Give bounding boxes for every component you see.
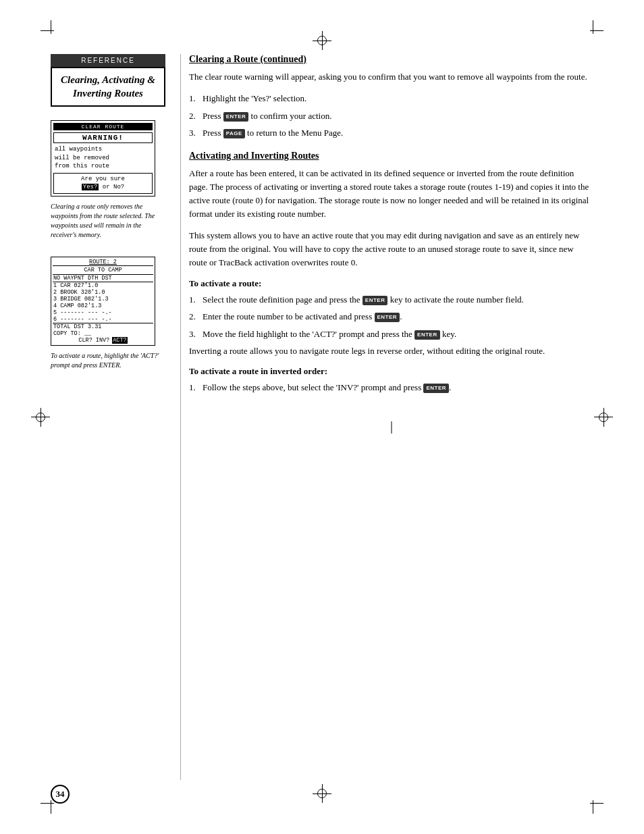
section2-para1: After a route has been entered, it can b… xyxy=(189,167,593,221)
main-content: Clearing a Route (continued) The clear r… xyxy=(176,54,593,780)
route-header: NO WAYPNT DTH DST xyxy=(53,274,153,282)
crosshair-top xyxy=(312,30,332,51)
enter-key-icon-4: ENTER xyxy=(414,330,440,340)
page-key-icon: PAGE xyxy=(223,129,245,138)
step-text: Highlight the 'Yes?' selection. xyxy=(203,92,306,105)
invert-label: To activate a route in inverted order: xyxy=(189,366,593,377)
crosshair-bottom xyxy=(312,783,332,804)
step-num: 1. xyxy=(189,92,203,105)
step-num: 2. xyxy=(189,310,203,323)
page-number-container: 34 xyxy=(51,785,70,804)
step-text: Press PAGE to return to the Menu Page. xyxy=(203,126,343,140)
activate-label: To activate a route: xyxy=(189,278,593,289)
page-bottom-rule xyxy=(391,421,392,434)
step-text: Select the route definition page and pre… xyxy=(203,293,524,307)
route-act-row: CLR? INV? ACT? xyxy=(53,337,153,344)
crosshair-left xyxy=(30,407,51,427)
screen-title-bar: CLEAR ROUTE xyxy=(53,123,153,130)
reference-tab: REFERENCE xyxy=(51,54,165,67)
route-row-4: 4 CAMP 082'1.3 xyxy=(53,303,153,309)
enter-key-icon-3: ENTER xyxy=(375,313,400,322)
screen-confirm: Are you sure Yes? or No? xyxy=(53,173,153,194)
route-row-1: 1 CAR 027'1.0 xyxy=(53,282,153,289)
section-title: Clearing, Activating & Inverting Routes xyxy=(61,74,155,99)
crosshair-right xyxy=(593,407,614,427)
activate-step-1: 1. Select the route definition page and … xyxy=(189,293,593,307)
route-title: ROUTE: 2 xyxy=(53,259,153,266)
enter-key-icon-5: ENTER xyxy=(423,384,449,393)
route-row-3: 3 BRIDGE 082'1.3 xyxy=(53,296,153,303)
enter-key-icon: ENTER xyxy=(223,112,249,122)
page-number: 34 xyxy=(51,785,70,804)
route-screen: ROUTE: 2 CAR TO CAMP NO WAYPNT DTH DST 1… xyxy=(51,257,155,346)
step-text: Press ENTER to confirm your action. xyxy=(203,109,331,123)
step-num: 3. xyxy=(189,126,203,140)
section2-para2: This system allows you to have an active… xyxy=(189,229,593,269)
sidebar-caption-1: Clearing a route only removes the waypoi… xyxy=(51,202,165,240)
section-title-box: Clearing, Activating & Inverting Routes xyxy=(51,67,165,107)
route-row-2: 2 BROOK 320'1.0 xyxy=(53,289,153,296)
enter-key-icon-2: ENTER xyxy=(363,296,388,305)
step-text: Move the field highlight to the 'ACT?' p… xyxy=(203,328,456,341)
page-content: REFERENCE Clearing, Activating & Inverti… xyxy=(51,54,593,780)
route-name: CAR TO CAMP xyxy=(53,267,153,273)
step-num: 3. xyxy=(189,328,203,341)
section1-step-3: 3. Press PAGE to return to the Menu Page… xyxy=(189,126,593,140)
activate-step-2: 2. Enter the route number to be activate… xyxy=(189,310,593,323)
sidebar: REFERENCE Clearing, Activating & Inverti… xyxy=(51,54,176,780)
invert-para: Inverting a route allows you to navigate… xyxy=(189,344,593,358)
route-footer: TOTAL DST 3.31 COPY TO: __ CLR? INV? ACT… xyxy=(53,323,153,344)
section1-heading: Clearing a Route (continued) xyxy=(189,54,593,65)
screen-warning: WARNING! xyxy=(53,132,153,143)
step-text: Enter the route number to be activated a… xyxy=(203,310,402,323)
section1-intro: The clear route warning will appear, ask… xyxy=(189,70,593,84)
clear-route-screen: CLEAR ROUTE WARNING! all waypoints will … xyxy=(51,120,155,197)
step-num: 1. xyxy=(189,293,203,307)
step-num: 1. xyxy=(189,381,203,394)
sidebar-caption-2: To activate a route, highlight the 'ACT?… xyxy=(51,351,165,370)
route-row-5: 5 ------- --- -.- xyxy=(53,309,153,316)
section2-heading: Activating and Inverting Routes xyxy=(189,151,593,161)
step-text: Follow the steps above, but select the '… xyxy=(203,381,451,394)
step-num: 2. xyxy=(189,109,203,123)
section1-step-1: 1. Highlight the 'Yes?' selection. xyxy=(189,92,593,105)
route-row-6: 6 ------- --- -.- xyxy=(53,316,153,323)
section1-step-2: 2. Press ENTER to confirm your action. xyxy=(189,109,593,123)
screen-body: all waypoints will be removed from this … xyxy=(53,145,153,171)
invert-step-1: 1. Follow the steps above, but select th… xyxy=(189,381,593,394)
activate-step-3: 3. Move the field highlight to the 'ACT?… xyxy=(189,328,593,341)
